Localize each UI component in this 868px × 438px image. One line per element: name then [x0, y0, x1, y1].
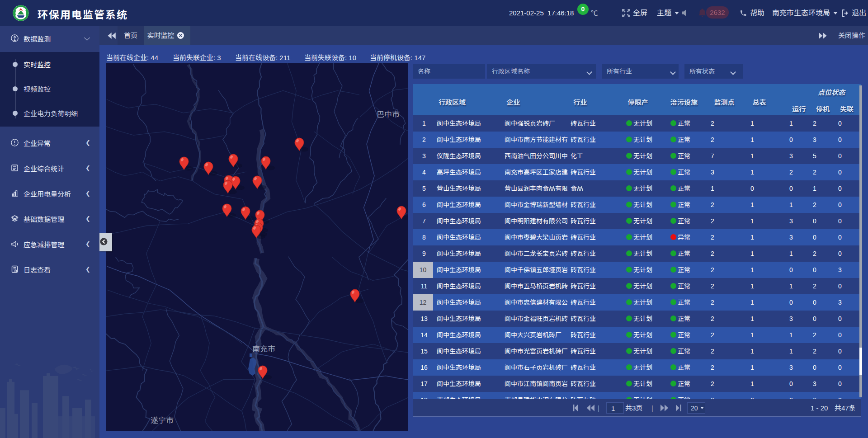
svg-text:巴中市: 巴中市: [377, 110, 400, 119]
svg-text:遂宁市: 遂宁市: [151, 416, 174, 425]
svg-text:南充市: 南充市: [252, 345, 275, 353]
